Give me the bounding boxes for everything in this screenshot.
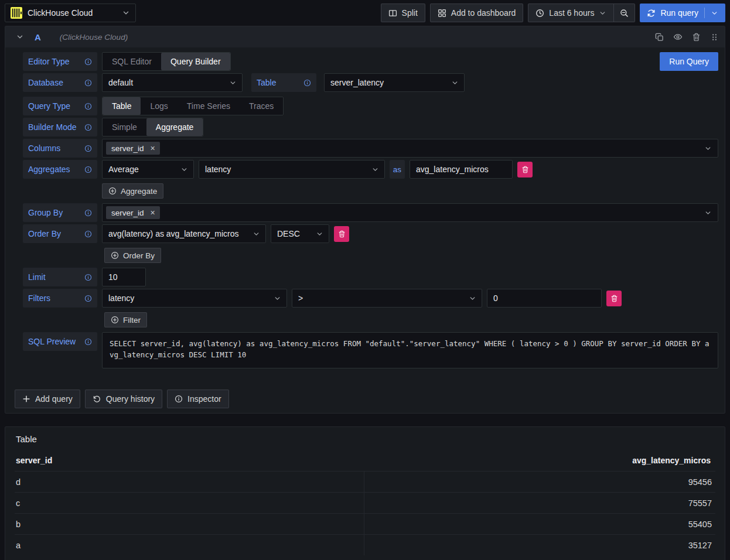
column-header-server-id[interactable]: server_id: [16, 456, 363, 465]
time-range-button[interactable]: Last 6 hours: [528, 4, 614, 22]
filter-column-select[interactable]: latency: [102, 289, 287, 308]
zoom-out-time-button[interactable]: [614, 4, 635, 22]
run-query-button[interactable]: Run query: [640, 4, 725, 22]
limit-input[interactable]: [102, 268, 146, 286]
add-to-dashboard-label: Add to dashboard: [451, 8, 516, 18]
query-type-option-table[interactable]: Table: [103, 97, 141, 115]
drag-handle-icon[interactable]: [710, 33, 719, 42]
chevron-down-icon: [704, 209, 712, 217]
editor-type-label: Editor Type: [23, 52, 97, 71]
cell-server-id: a: [15, 535, 364, 555]
query-type-option-traces[interactable]: Traces: [240, 97, 283, 115]
column-header-avg-latency-micros[interactable]: avg_latency_micros: [363, 456, 714, 465]
collapse-chevron-icon[interactable]: [15, 32, 25, 42]
info-icon[interactable]: [84, 58, 92, 66]
info-icon[interactable]: [84, 103, 92, 110]
order-by-label: Order By: [23, 224, 97, 243]
columns-label: Columns: [23, 139, 97, 158]
chevron-down-icon: [599, 9, 606, 17]
editor-type-option-sql-editor[interactable]: SQL Editor: [103, 53, 161, 70]
remove-aggregate-trash-icon[interactable]: [517, 162, 533, 177]
builder-mode-option-aggregate[interactable]: Aggregate: [146, 118, 203, 136]
chevron-down-icon[interactable]: [711, 9, 718, 17]
button-divider: [704, 8, 705, 18]
info-icon[interactable]: [84, 295, 92, 302]
info-icon[interactable]: [84, 209, 92, 217]
info-icon[interactable]: [84, 166, 92, 173]
chevron-down-icon: [451, 79, 459, 87]
filter-operator-select[interactable]: >: [292, 289, 482, 308]
split-button[interactable]: Split: [381, 4, 425, 22]
filters-label: Filters: [23, 289, 97, 308]
filter-value-input[interactable]: [487, 289, 602, 308]
chevron-down-icon: [122, 9, 130, 17]
datasource-name: ClickHouse Cloud: [28, 8, 117, 18]
database-label: Database: [23, 73, 97, 92]
info-icon[interactable]: [84, 79, 92, 87]
info-circle-icon: [175, 395, 183, 403]
query-editor-panel: A (ClickHouse Cloud) Editor Type: [5, 26, 725, 414]
split-icon: [388, 9, 397, 18]
aggregate-alias-input[interactable]: [410, 160, 513, 179]
query-type-label: Query Type: [23, 97, 97, 115]
remove-tag-icon[interactable]: ×: [148, 209, 158, 217]
aggregate-column-select[interactable]: latency: [199, 160, 385, 179]
cell-avg-latency: 55405: [364, 514, 716, 534]
builder-mode-option-simple[interactable]: Simple: [103, 118, 146, 136]
time-picker-group: Last 6 hours: [528, 4, 635, 22]
add-to-dashboard-button[interactable]: Add to dashboard: [430, 4, 524, 22]
order-by-direction-select[interactable]: DESC: [271, 224, 329, 243]
add-filter-button[interactable]: Filter: [104, 312, 147, 327]
info-icon[interactable]: [84, 338, 92, 346]
info-icon[interactable]: [303, 79, 311, 87]
group-by-label: Group By: [23, 203, 97, 222]
columns-multiselect[interactable]: server_id ×: [102, 139, 718, 158]
query-datasource-hint: (ClickHouse Cloud): [60, 33, 128, 42]
datasource-picker[interactable]: ClickHouse Cloud: [5, 4, 136, 22]
run-query-label: Run query: [660, 8, 698, 18]
order-by-field-select[interactable]: avg(latency) as avg_latency_micros: [102, 224, 266, 243]
chevron-down-icon: [253, 230, 260, 238]
remove-tag-icon[interactable]: ×: [148, 144, 158, 152]
add-aggregate-button[interactable]: Aggregate: [102, 183, 163, 199]
editor-type-option-query-builder[interactable]: Query Builder: [161, 53, 230, 70]
database-select[interactable]: default: [102, 73, 243, 92]
delete-query-trash-icon[interactable]: [692, 33, 701, 42]
info-icon[interactable]: [84, 230, 92, 238]
cell-server-id: d: [15, 472, 364, 492]
table-header-row: server_id avg_latency_micros: [15, 452, 715, 471]
builder-mode-label: Builder Mode: [23, 118, 97, 136]
remove-order-by-trash-icon[interactable]: [334, 226, 349, 242]
info-icon[interactable]: [84, 124, 92, 131]
add-query-button[interactable]: Add query: [15, 390, 80, 408]
chevron-down-icon: [704, 145, 712, 152]
remove-filter-trash-icon[interactable]: [606, 291, 622, 306]
results-table-panel: Table server_id avg_latency_micros d 954…: [5, 426, 725, 560]
hide-query-eye-icon[interactable]: [673, 32, 683, 42]
info-icon[interactable]: [84, 274, 92, 281]
info-icon[interactable]: [84, 145, 92, 152]
chevron-down-icon: [229, 79, 237, 87]
chevron-down-icon: [180, 166, 188, 173]
inspector-button[interactable]: Inspector: [167, 390, 229, 408]
table-select[interactable]: server_latency: [324, 73, 465, 92]
add-order-by-button[interactable]: Order By: [104, 248, 161, 263]
clock-icon: [535, 9, 544, 18]
query-row-header[interactable]: A (ClickHouse Cloud): [5, 26, 725, 47]
cell-avg-latency: 35127: [364, 535, 716, 555]
plus-circle-icon: [108, 187, 117, 195]
clickhouse-logo-icon: [11, 7, 22, 19]
run-query-panel-button[interactable]: Run Query: [660, 52, 718, 71]
builder-mode-radio-group: Simple Aggregate: [102, 118, 203, 136]
group-by-multiselect[interactable]: server_id ×: [102, 203, 718, 222]
query-type-option-logs[interactable]: Logs: [141, 97, 177, 115]
panel-title: Table: [15, 433, 715, 444]
duplicate-query-icon[interactable]: [655, 33, 664, 42]
query-type-option-time-series[interactable]: Time Series: [178, 97, 240, 115]
apps-grid-icon: [438, 9, 446, 18]
results-table: server_id avg_latency_micros d 95456 c 7…: [15, 452, 715, 555]
query-history-button[interactable]: Query history: [85, 390, 162, 408]
split-label: Split: [402, 8, 418, 18]
cell-server-id: c: [15, 493, 364, 513]
aggregate-function-select[interactable]: Average: [102, 160, 194, 179]
